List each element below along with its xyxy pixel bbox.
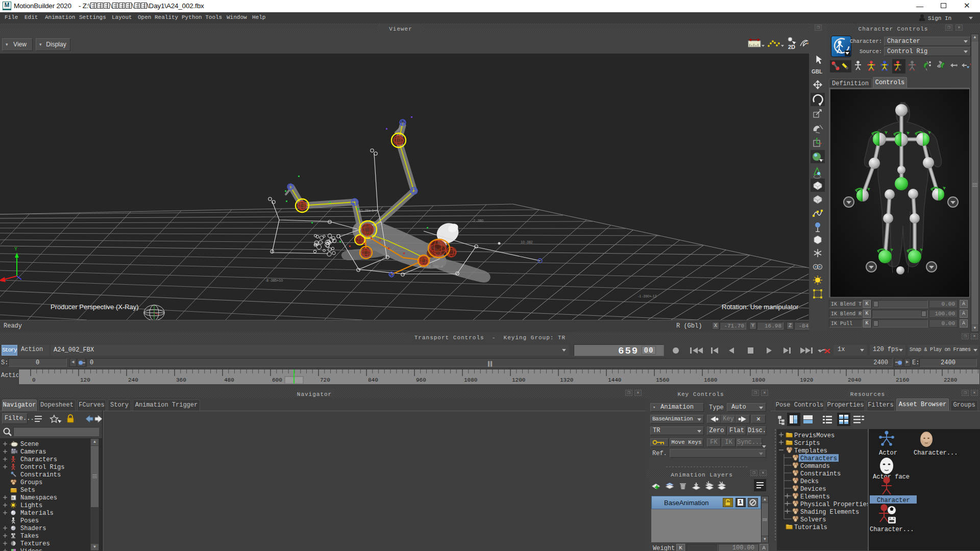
svg-text:Videos: Videos — [20, 548, 42, 551]
svg-text:Scripts: Scripts — [794, 440, 820, 447]
svg-text:Constraints: Constraints — [20, 471, 61, 479]
svg-text:960: 960 — [416, 377, 426, 383]
svg-text:Commands: Commands — [800, 463, 830, 470]
svg-text:Materials: Materials — [20, 510, 54, 517]
svg-text:Actor face: Actor face — [873, 473, 910, 481]
svg-text:Rotation: Use manipulator: Rotation: Use manipulator — [722, 303, 799, 311]
svg-text:240: 240 — [128, 377, 138, 383]
svg-text:360: 360 — [176, 377, 186, 383]
svg-text:Lights: Lights — [20, 502, 42, 509]
svg-text:1080: 1080 — [464, 377, 477, 383]
svg-text:1200: 1200 — [512, 377, 525, 383]
svg-text:Character...: Character... — [870, 526, 914, 533]
svg-text:2D: 2D — [788, 44, 795, 50]
svg-text:720: 720 — [320, 377, 330, 383]
svg-text:Physical Properties: Physical Properties — [800, 501, 868, 508]
svg-text:Scene: Scene — [20, 441, 39, 448]
svg-text:120: 120 — [80, 377, 90, 383]
svg-text:1440: 1440 — [608, 377, 621, 383]
svg-text:480: 480 — [224, 377, 234, 383]
svg-text:1560: 1560 — [656, 377, 669, 383]
svg-text:Solvers: Solvers — [800, 516, 826, 523]
svg-text:Decks: Decks — [800, 478, 819, 485]
svg-text:Shading Elements: Shading Elements — [800, 509, 859, 516]
svg-text:Actor: Actor — [879, 449, 897, 457]
svg-text:10 -382: 10 -382 — [521, 240, 533, 244]
svg-text:1920: 1920 — [800, 377, 813, 383]
svg-text:-2 -380: -2 -380 — [472, 219, 483, 222]
svg-text:Shaders: Shaders — [20, 525, 46, 532]
svg-text:-8 -385×10: -8 -385×10 — [265, 279, 283, 282]
svg-text:Devices: Devices — [800, 486, 826, 493]
svg-text:840: 840 — [368, 377, 378, 383]
svg-text:0: 0 — [32, 377, 36, 383]
svg-text:1320: 1320 — [560, 377, 573, 383]
svg-text:-e0 -38e-1 -x: -e0 -38e-1 -x — [357, 209, 378, 212]
svg-text:600: 600 — [272, 377, 282, 383]
svg-text:Templates: Templates — [794, 447, 827, 455]
svg-text:2280: 2280 — [944, 377, 957, 383]
svg-text:Characters: Characters — [800, 455, 837, 462]
svg-text:Textures: Textures — [20, 540, 50, 547]
svg-text:GBL: GBL — [812, 69, 822, 74]
svg-text:1800: 1800 — [752, 377, 765, 383]
svg-text:PrevisMoves: PrevisMoves — [794, 432, 835, 439]
svg-text:Tutorials: Tutorials — [794, 524, 827, 531]
svg-text:Takes: Takes — [20, 533, 39, 540]
svg-text:Characters: Characters — [20, 456, 57, 463]
svg-text:Poses: Poses — [20, 517, 39, 524]
svg-text:2160: 2160 — [896, 377, 909, 383]
svg-text:Groups: Groups — [20, 479, 42, 486]
svg-text:Namespaces: Namespaces — [20, 494, 57, 502]
svg-text:Character...: Character... — [914, 449, 958, 457]
svg-text:88 -390 -4: 88 -390 -4 — [427, 265, 443, 268]
svg-text:Constraints: Constraints — [800, 470, 841, 478]
svg-text:Character: Character — [877, 497, 910, 504]
svg-text:Sets: Sets — [20, 487, 35, 494]
svg-text:Y: Y — [14, 246, 17, 252]
svg-text:a: a — [12, 496, 14, 499]
svg-text:Cameras: Cameras — [20, 448, 46, 456]
svg-text:2040: 2040 — [848, 377, 861, 383]
svg-text:Control Rigs: Control Rigs — [20, 464, 64, 471]
svg-text:Elements: Elements — [800, 493, 830, 500]
svg-text:Producer Perspective (X-Ray): Producer Perspective (X-Ray) — [51, 303, 139, 311]
svg-text:1680: 1680 — [704, 377, 717, 383]
svg-text:-1 -390×-12: -1 -390×-12 — [638, 294, 656, 298]
